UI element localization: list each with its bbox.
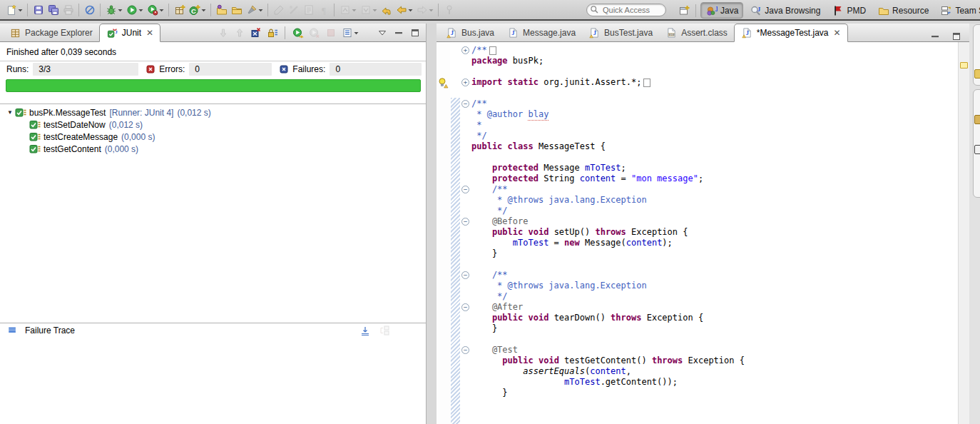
warning-marker[interactable]	[960, 62, 968, 69]
save-all-button[interactable]	[46, 1, 61, 18]
skip-all-breakpoints-button[interactable]	[82, 1, 97, 18]
dropdown-caret-icon[interactable]	[429, 4, 434, 16]
perspective-team-synchronizing-button[interactable]: Team Synchronizing	[935, 2, 980, 19]
annotation-ruler[interactable]	[437, 42, 450, 424]
lightbulb-warning-icon[interactable]	[437, 77, 449, 89]
fold-toggle-icon[interactable]: −	[461, 99, 471, 109]
dropdown-caret-icon[interactable]	[201, 4, 206, 16]
show-whitespace-button[interactable]: ¶	[316, 1, 331, 18]
fold-toggle-icon[interactable]: +	[461, 77, 471, 88]
maximize-view-button[interactable]	[408, 26, 422, 40]
editor-tab-bus[interactable]: JBus.java	[439, 24, 501, 41]
code-line[interactable]: − @Test	[461, 345, 958, 355]
perspective-resource-button[interactable]: Resource	[872, 2, 934, 19]
code-line[interactable]: protected String content = "mon message"…	[461, 173, 958, 184]
code-line[interactable]: */	[461, 206, 958, 216]
quick-access-input[interactable]	[586, 4, 666, 16]
minimize-view-button[interactable]	[392, 26, 405, 40]
rerun-test-button[interactable]	[291, 26, 305, 40]
fold-toggle-icon[interactable]: +	[461, 45, 471, 56]
perspective-java-browsing-button[interactable]: JJava Browsing	[745, 2, 825, 19]
tab-junit[interactable]: JJUnit✕	[99, 24, 160, 42]
code-line[interactable]: protected Message mToTest;	[461, 163, 958, 173]
code-line[interactable]	[461, 66, 958, 77]
forward-history-button[interactable]	[414, 1, 435, 18]
search-brush-button[interactable]	[244, 1, 265, 18]
code-line[interactable]: * @author blay	[461, 109, 958, 120]
code-line[interactable]: public class MessageTest {	[461, 141, 958, 152]
overview-ruler[interactable]	[958, 42, 969, 424]
new-wizard-button[interactable]	[4, 1, 24, 18]
fold-toggle-icon[interactable]: −	[461, 184, 471, 195]
code-line[interactable]: assertEquals(content,	[461, 366, 958, 377]
perspective-java-button[interactable]: JJava	[700, 2, 743, 19]
editor-tab-assert[interactable]: 010Assert.class	[659, 24, 734, 41]
perspective-pmd-button[interactable]: PMD	[827, 2, 871, 19]
next-failed-test-button[interactable]	[216, 26, 230, 40]
code-line[interactable]: − /**	[461, 270, 958, 281]
show-stack-trace-in-console-button[interactable]	[357, 323, 372, 339]
run-last-tool-button[interactable]	[271, 1, 286, 18]
code-line[interactable]: − /**	[461, 184, 958, 195]
code-line[interactable]: */	[461, 291, 958, 302]
last-edit-location-button[interactable]	[379, 1, 394, 18]
toggle-mark-occurrences-button[interactable]	[286, 1, 301, 18]
dropdown-caret-icon[interactable]	[258, 4, 263, 16]
code-line[interactable]	[461, 409, 958, 420]
new-java-project-button[interactable]	[172, 1, 187, 18]
editor-tab-messagetest[interactable]: J*MessageTest.java✕	[734, 24, 848, 42]
partial-view-icon[interactable]	[974, 115, 980, 124]
code-line[interactable]	[461, 88, 958, 99]
code-line[interactable]: public void tearDown() throws Exception …	[461, 313, 958, 323]
dropdown-caret-icon[interactable]	[18, 4, 23, 16]
java-editor[interactable]: +/**package busPk;+import static org.jun…	[437, 42, 969, 424]
test-case-row[interactable]: testSetDateNow(0,012 s)	[0, 118, 426, 131]
dropdown-caret-icon[interactable]	[372, 4, 377, 16]
view-menu-button[interactable]	[375, 26, 389, 40]
code-line[interactable]: *	[461, 120, 958, 131]
tab-package-explorer[interactable]: Package Explorer	[3, 24, 99, 41]
code-line[interactable]	[461, 152, 958, 163]
dropdown-caret-icon[interactable]	[354, 27, 359, 39]
open-resource-button[interactable]	[229, 1, 244, 18]
next-annotation-button[interactable]	[337, 1, 358, 18]
test-case-row[interactable]: testCreateMessage(0,000 s)	[0, 131, 426, 143]
compare-result-button[interactable]	[377, 323, 392, 339]
code-line[interactable]: }	[461, 248, 958, 259]
print-button[interactable]	[61, 1, 76, 18]
partial-view-icon[interactable]	[974, 69, 980, 79]
fold-toggle-icon[interactable]: −	[461, 216, 471, 227]
show-skipped-tests-button[interactable]	[265, 26, 279, 40]
open-perspective-button[interactable]	[676, 2, 691, 19]
code-line[interactable]: +import static org.junit.Assert.*;	[461, 77, 958, 88]
run-button[interactable]	[124, 1, 145, 18]
partial-view-icon[interactable]	[974, 145, 980, 154]
dropdown-caret-icon[interactable]	[138, 4, 143, 16]
close-tab-icon[interactable]: ✕	[834, 29, 841, 36]
back-history-button[interactable]	[394, 1, 414, 18]
test-case-row[interactable]: testGetContent(0,000 s)	[0, 143, 426, 155]
code-line[interactable]: public void setUp() throws Exception {	[461, 227, 958, 238]
test-suite-row[interactable]: ▼busPk.MessageTest[Runner: JUnit 4](0,01…	[0, 106, 426, 118]
code-line[interactable]	[461, 398, 958, 409]
code-line[interactable]: }	[461, 323, 958, 334]
editor-tab-bustest[interactable]: JBusTest.java	[582, 24, 659, 41]
code-line[interactable]	[461, 334, 958, 345]
run-external-tools-button[interactable]	[145, 1, 165, 18]
show-source-button[interactable]	[301, 1, 316, 18]
rerun-failed-first-button[interactable]	[307, 26, 321, 40]
debug-button[interactable]	[103, 1, 124, 18]
save-button[interactable]	[31, 1, 46, 18]
code-line[interactable]: mToTest.getContent());	[461, 377, 958, 388]
dropdown-caret-icon[interactable]	[408, 4, 413, 16]
code-line[interactable]	[461, 259, 958, 270]
pin-editor-button[interactable]	[441, 1, 456, 18]
dropdown-caret-icon[interactable]	[118, 4, 123, 16]
close-tab-icon[interactable]: ✕	[146, 29, 153, 36]
editor-tab-message[interactable]: JMessage.java	[501, 24, 582, 41]
show-failures-only-button[interactable]	[249, 26, 262, 40]
previous-annotation-button[interactable]	[358, 1, 379, 18]
fold-toggle-icon[interactable]: −	[461, 302, 471, 313]
stop-test-run-button[interactable]	[324, 26, 337, 40]
dropdown-caret-icon[interactable]	[159, 4, 164, 16]
